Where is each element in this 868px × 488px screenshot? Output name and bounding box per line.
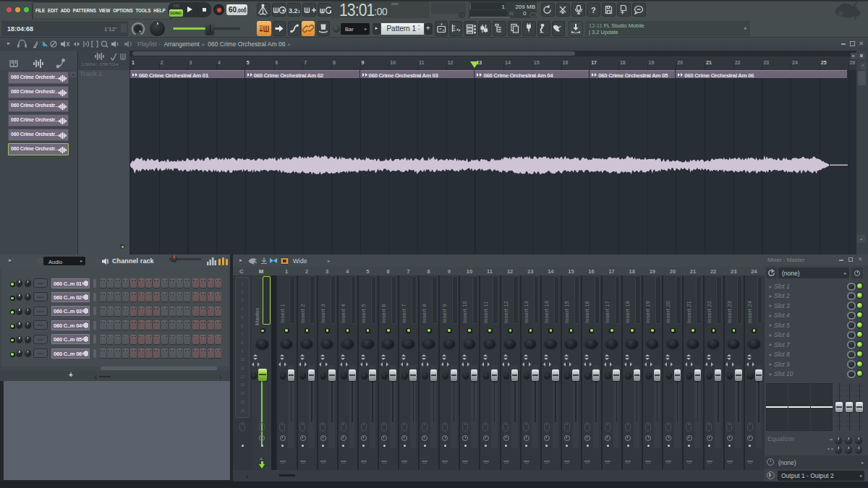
svg-text:?: ? (591, 6, 596, 14)
svg-text:1: 1 (298, 9, 300, 14)
svg-text:3.2: 3.2 (289, 7, 298, 14)
